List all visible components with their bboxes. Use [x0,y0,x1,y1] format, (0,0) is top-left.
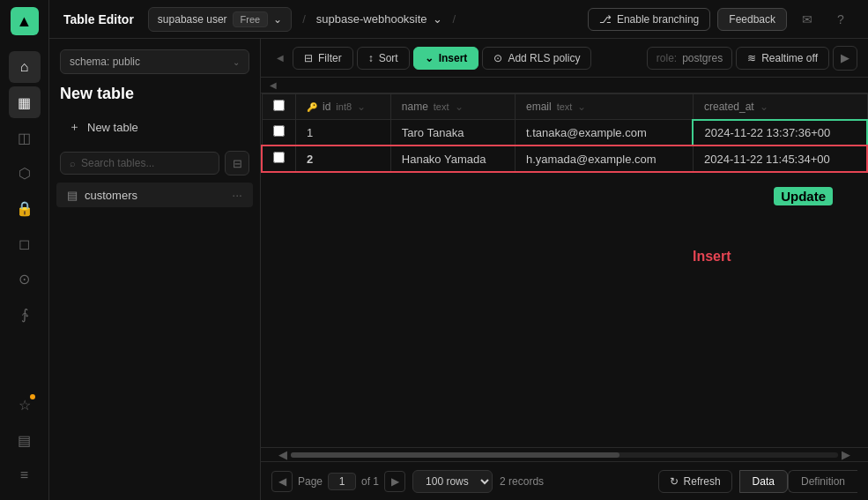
mail-icon[interactable]: ✉ [794,6,820,33]
update-annotation: Update [774,187,833,205]
auth-icon[interactable]: 🔒 [9,192,41,224]
table-name-customers: customers [85,189,137,202]
cell-name[interactable]: Taro Tanaka [390,120,515,146]
role-badge: role: postgres [647,47,732,70]
right-area: ◀ ⊟ Filter ↕ Sort ⌄ Insert ⊙ Add RLS pol… [261,39,868,500]
schema-selector[interactable]: schema: public ⌄ [60,49,249,74]
new-table-button[interactable]: ＋ New table [60,114,249,140]
page-navigation: ◀ Page of 1 ▶ [271,471,405,492]
add-rls-button[interactable]: ⊙ Add RLS policy [482,47,591,70]
realtime-label: Realtime off [761,52,818,64]
col-email-sort-icon: ⌄ [577,101,586,113]
data-tab-button[interactable]: Data [739,470,788,493]
cell-id[interactable]: 1 [296,120,391,146]
select-all-checkbox[interactable] [273,100,285,111]
table-scroll-left-icon[interactable]: ◀ [264,78,282,93]
refresh-icon: ↻ [670,475,679,488]
role-name: postgres [682,52,723,64]
sidebar-icons: ▲ ⌂ ▦ ◫ ⬡ 🔒 ◻ ⊙ ∱ ☆ ▤ ≡ [0,0,49,500]
cell-name[interactable]: Hanako Yamada [390,146,515,172]
filter-icon: ⊟ [304,52,313,64]
header-id[interactable]: 🔑 id int8 ⌄ [296,94,391,120]
header-created-at[interactable]: created_at ⌄ [693,94,867,120]
feedback-button[interactable]: Feedback [717,8,787,31]
search-tables-input[interactable]: ⌕ Search tables... [60,152,219,175]
toolbar-right: role: postgres ≋ Realtime off ▶ [647,46,857,71]
horizontal-scroll-row: ◀ [261,78,868,93]
new-table-label: New table [87,121,138,134]
header-name[interactable]: name text ⌄ [390,94,515,120]
enable-branching-button[interactable]: ⎇ Enable branching [588,8,710,31]
filter-label: Filter [318,52,342,64]
cell-id[interactable]: 2 [296,146,391,172]
bottom-bar: ◀ Page of 1 ▶ 100 rows 2 records ↻ Refre… [261,461,868,500]
table-editor-icon[interactable]: ▦ [9,86,41,118]
cell-created-at[interactable]: 2024-11-22 11:45:34+00 [693,146,867,172]
insert-button[interactable]: ⌄ Insert [413,47,479,70]
table-row[interactable]: 2 Hanako Yamada h.yamada@example.com 202… [262,146,867,172]
table-more-icon[interactable]: ··· [232,188,242,202]
table-filter-icon[interactable]: ⊟ [225,151,249,175]
sidebar-icon-3[interactable]: ◫ [9,122,41,153]
col-name-name: name [402,101,428,113]
table-area[interactable]: 🔑 id int8 ⌄ name text ⌄ [261,93,868,447]
col-id-type: int8 [336,101,352,112]
insert-label: Insert [439,52,468,64]
cell-email[interactable]: t.tanaka@example.com [515,120,693,146]
search-row: ⌕ Search tables... ⊟ [60,151,249,175]
header-email[interactable]: email text ⌄ [515,94,693,120]
reports-icon[interactable]: ▤ [9,424,41,456]
home-icon[interactable]: ⌂ [9,51,41,83]
project-chevron-icon: ⌄ [433,12,442,26]
row-checkbox[interactable] [262,120,296,146]
functions-icon[interactable]: ∱ [9,298,41,330]
new-table-heading: New table [49,85,260,114]
scrollbar-left-arrow-icon[interactable]: ◀ [278,448,287,461]
user-name: supabase user [158,13,227,26]
col-id-name: id [323,101,330,113]
notifications-icon[interactable]: ☆ [9,389,41,421]
menu-icon[interactable]: ≡ [9,459,41,491]
cell-created-at[interactable]: 2024-11-22 13:37:36+00 [693,120,867,146]
pk-icon: 🔑 [307,102,317,112]
scroll-left-arrow-icon[interactable]: ◀ [271,51,289,65]
refresh-button[interactable]: ↻ Refresh [658,470,732,493]
definition-tab-button[interactable]: Definition [788,470,857,493]
search-placeholder: Search tables... [81,157,154,169]
database-icon[interactable]: ⬡ [9,157,41,189]
sort-label: Sort [379,52,398,64]
topbar: Table Editor supabase user Free ⌄ / supb… [49,0,868,39]
page-number-input[interactable] [328,473,356,490]
schema-chevron-icon: ⌄ [233,57,240,67]
rows-per-page-select[interactable]: 100 rows [412,470,493,493]
table-item-customers[interactable]: ▤ customers ··· [56,183,253,207]
breadcrumb-slash: / [302,12,306,26]
row-checkbox[interactable] [262,146,296,172]
storage-icon[interactable]: ◻ [9,228,41,259]
col-name-type: text [434,101,449,112]
realtime-button[interactable]: ≋ Realtime off [736,47,829,70]
help-icon[interactable]: ? [827,6,854,33]
prev-page-button[interactable]: ◀ [271,471,293,492]
user-selector[interactable]: supabase user Free ⌄ [148,7,292,32]
insert-chevron-icon: ⌄ [425,52,434,64]
project-name: supbase-webhooksite [316,12,427,26]
main-content: Table Editor supabase user Free ⌄ / supb… [49,0,868,500]
scrollbar-track[interactable] [291,452,838,458]
filter-button[interactable]: ⊟ Filter [293,47,353,70]
col-sort-icon: ⌄ [357,101,366,113]
project-selector[interactable]: supbase-webhooksite ⌄ [316,12,442,26]
search-icon: ⌕ [70,158,76,168]
horizontal-scrollbar[interactable]: ◀ ▶ [261,447,868,461]
header-checkbox[interactable] [262,94,296,120]
cell-email[interactable]: h.yamada@example.com [515,146,693,172]
scrollbar-right-arrow-icon[interactable]: ▶ [842,448,850,461]
table-row[interactable]: 1 Taro Tanaka t.tanaka@example.com 2024-… [262,120,867,146]
role-label-prefix: role: [657,52,677,64]
scroll-nav-right-button[interactable]: ▶ [833,46,857,71]
sort-button[interactable]: ↕ Sort [357,47,410,70]
app-logo[interactable]: ▲ [11,7,39,35]
scrollbar-thumb[interactable] [291,452,619,458]
monitor-icon[interactable]: ⊙ [9,263,41,295]
next-page-button[interactable]: ▶ [384,471,405,492]
